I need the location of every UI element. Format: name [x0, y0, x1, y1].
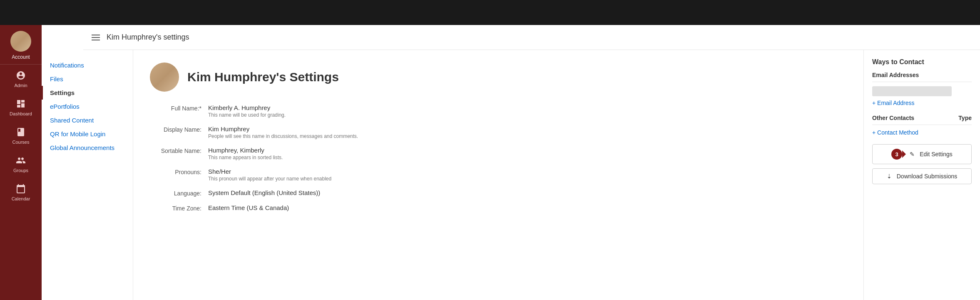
edit-settings-label: Edit Settings [920, 151, 953, 158]
top-bar [0, 0, 980, 25]
nav-global-announcements[interactable]: Global Announcements [42, 141, 133, 155]
edit-settings-button[interactable]: 3 ✎ Edit Settings [872, 144, 972, 164]
fullname-main: Kimberly A. Humphrey [208, 104, 847, 111]
hamburger-line-3 [92, 40, 100, 40]
hamburger-icon[interactable] [92, 35, 100, 40]
action-buttons: 3 ✎ Edit Settings ⇣ Download Submissions [872, 144, 972, 184]
main-layout: Account Admin Dashboard [0, 25, 980, 300]
settings-row-language: Language: System Default (English (Unite… [150, 189, 847, 197]
sidebar-account[interactable]: Account [0, 25, 42, 65]
profile-header: Kim Humphrey's Settings [150, 62, 847, 92]
page-header: Kim Humphrey's settings [83, 25, 980, 50]
secondary-nav: Notifications Files Settings ePortfolios… [42, 50, 133, 300]
displayname-sub: People will see this name in discussions… [208, 133, 847, 139]
sortable-main: Humphrey, Kimberly [208, 147, 847, 154]
hamburger-line-2 [92, 37, 100, 38]
settings-row-fullname: Full Name:* Kimberly A. Humphrey This na… [150, 104, 847, 118]
badge-arrow [902, 150, 906, 158]
courses-label: Courses [12, 140, 30, 145]
timezone-label: Time Zone: [150, 204, 208, 212]
profile-avatar [150, 62, 179, 92]
other-contacts-header: Other Contacts Type [872, 115, 972, 125]
sidebar-item-admin[interactable]: Admin [0, 65, 42, 93]
pencil-icon: ✎ [910, 151, 915, 158]
sidebar-item-dashboard[interactable]: Dashboard [0, 93, 42, 121]
sortable-sub: This name appears in sorted lists. [208, 155, 847, 160]
nav-settings[interactable]: Settings [42, 86, 133, 100]
pronouns-main: She/Her [208, 168, 847, 175]
calendar-icon [15, 183, 27, 195]
page-wrapper: Kim Humphrey's settings Notifications Fi… [42, 25, 980, 300]
admin-label: Admin [14, 83, 27, 88]
account-label: Account [12, 54, 30, 60]
settings-row-timezone: Time Zone: Eastern Time (US & Canada) [150, 204, 847, 212]
nav-eportfolios[interactable]: ePortfolios [42, 100, 133, 113]
displayname-value: Kim Humphrey People will see this name i… [208, 125, 847, 139]
timezone-main: Eastern Time (US & Canada) [208, 204, 847, 211]
calendar-label: Calendar [12, 196, 30, 201]
settings-row-pronouns: Pronouns: She/Her This pronoun will appe… [150, 168, 847, 182]
page-title: Kim Humphrey's settings [107, 33, 189, 42]
profile-title: Kim Humphrey's Settings [187, 70, 339, 84]
hamburger-line-1 [92, 35, 100, 35]
sidebar-item-courses[interactable]: Courses [0, 121, 42, 150]
sortable-label: Sortable Name: [150, 147, 208, 154]
settings-table: Full Name:* Kimberly A. Humphrey This na… [150, 104, 847, 212]
nav-shared-content[interactable]: Shared Content [42, 113, 133, 127]
groups-icon [15, 155, 27, 166]
add-email-link[interactable]: + Email Address [872, 100, 972, 106]
displayname-label: Display Name: [150, 125, 208, 133]
courses-icon [15, 126, 27, 138]
main-content: Kim Humphrey's Settings Full Name:* Kimb… [133, 50, 863, 300]
nav-qr-login[interactable]: QR for Mobile Login [42, 127, 133, 141]
displayname-main: Kim Humphrey [208, 125, 847, 132]
fullname-value: Kimberly A. Humphrey This name will be u… [208, 104, 847, 118]
ways-to-contact-title: Ways to Contact [872, 58, 972, 66]
timezone-value: Eastern Time (US & Canada) [208, 204, 847, 211]
add-contact-link[interactable]: + Contact Method [872, 129, 972, 136]
page-body: Notifications Files Settings ePortfolios… [42, 50, 980, 300]
groups-label: Groups [13, 168, 28, 173]
email-placeholder [872, 86, 952, 96]
right-panel: Ways to Contact Email Addresses + Email … [863, 50, 980, 300]
fullname-label: Full Name:* [150, 104, 208, 112]
sidebar-item-calendar[interactable]: Calendar [0, 178, 42, 206]
admin-icon [15, 70, 27, 81]
pronouns-value: She/Her This pronoun will appear after y… [208, 168, 847, 182]
fullname-sub: This name will be used for grading. [208, 112, 847, 118]
download-submissions-label: Download Submissions [897, 173, 958, 180]
sidebar-item-groups[interactable]: Groups [0, 150, 42, 178]
language-label: Language: [150, 189, 208, 197]
nav-notifications[interactable]: Notifications [42, 58, 133, 72]
avatar [10, 31, 31, 52]
email-section-header: Email Addresses [872, 72, 972, 82]
dashboard-icon [15, 98, 27, 110]
language-main: System Default (English (United States)) [208, 189, 847, 196]
other-contacts-type-label: Type [958, 115, 972, 121]
pronouns-label: Pronouns: [150, 168, 208, 175]
step-badge: 3 [891, 149, 902, 160]
settings-row-sortable: Sortable Name: Humphrey, Kimberly This n… [150, 147, 847, 160]
download-icon: ⇣ [887, 173, 892, 180]
nav-files[interactable]: Files [42, 72, 133, 86]
dashboard-label: Dashboard [10, 111, 32, 116]
pronouns-sub: This pronoun will appear after your name… [208, 176, 847, 182]
sortable-value: Humphrey, Kimberly This name appears in … [208, 147, 847, 160]
settings-row-displayname: Display Name: Kim Humphrey People will s… [150, 125, 847, 139]
other-contacts-label: Other Contacts [872, 115, 914, 121]
download-submissions-button[interactable]: ⇣ Download Submissions [872, 168, 972, 184]
sidebar: Account Admin Dashboard [0, 25, 42, 300]
language-value: System Default (English (United States)) [208, 189, 847, 196]
